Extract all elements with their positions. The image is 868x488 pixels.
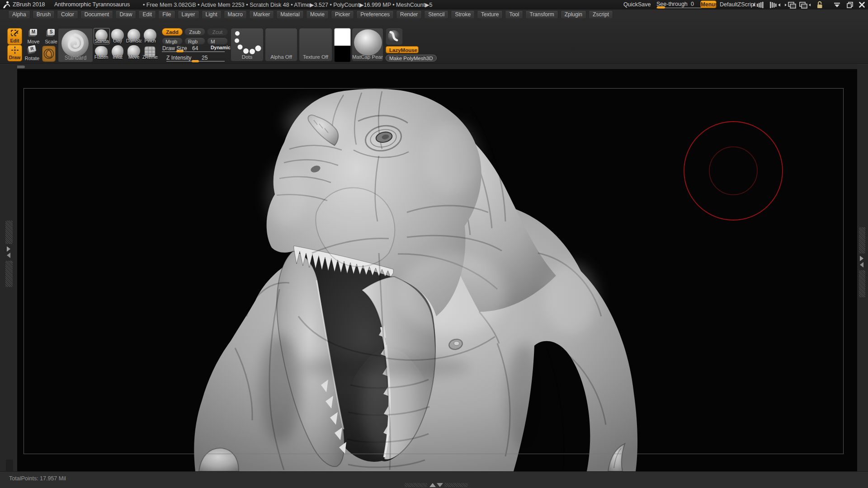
status-bar: TotalPoints: 17.957 Mil	[0, 471, 868, 488]
lazymouse-sphere-icon	[386, 28, 401, 44]
menu-movie[interactable]: Movie	[306, 10, 329, 19]
make-polymesh3d-button[interactable]: Make PolyMesh3D	[386, 55, 437, 61]
current-brush-label: Standard	[58, 55, 93, 61]
see-through-slider-handle[interactable]	[657, 6, 665, 9]
arrange-window-left-icon[interactable]	[785, 1, 797, 9]
left-tray-divider-bottom[interactable]	[5, 261, 13, 287]
divider-bars-left-icon[interactable]	[753, 2, 767, 8]
material-button[interactable]: MatCap Pearl G	[352, 28, 383, 61]
dynamic-mode-label[interactable]: Dynamic	[211, 45, 231, 50]
rotate-button[interactable]: R Rotate	[23, 45, 42, 61]
menu-render[interactable]: Render	[396, 10, 422, 19]
stroke-curve-button[interactable]	[386, 28, 403, 45]
brush-slot-damstandard[interactable]: DamSta	[126, 28, 142, 43]
close-icon[interactable]	[859, 2, 865, 8]
brush-slot-clay[interactable]: Clay	[110, 28, 125, 43]
menu-document[interactable]: Document	[80, 10, 113, 19]
menu-file[interactable]: File	[158, 10, 175, 19]
left-tray-divider-top[interactable]	[5, 221, 13, 244]
menu-texture[interactable]: Texture	[477, 10, 503, 19]
scale-button[interactable]: S Scale	[42, 28, 60, 45]
left-tray-close-arrow-icon[interactable]	[7, 253, 10, 258]
secondary-color-swatch[interactable]	[334, 46, 351, 62]
menu-stroke[interactable]: Stroke	[451, 10, 475, 19]
main-color-swatch[interactable]	[334, 28, 351, 46]
brush-slot-inflat[interactable]: Inflat	[110, 44, 125, 60]
current-brush-button[interactable]: Standard	[58, 28, 93, 62]
zbrush-logo-icon	[2, 1, 10, 9]
right-tray-close-arrow-icon[interactable]	[860, 262, 863, 267]
unlock-icon[interactable]	[816, 1, 823, 9]
left-tray-rail	[0, 64, 17, 471]
right-tray-divider-bottom[interactable]	[859, 270, 865, 297]
texture-button[interactable]: Texture Off	[299, 28, 332, 61]
brush-slot-move[interactable]: Move	[126, 44, 142, 60]
menu-layer[interactable]: Layer	[178, 10, 199, 19]
zcut-button[interactable]: Zcut	[207, 28, 228, 36]
menu-material[interactable]: Material	[276, 10, 304, 19]
bottom-tray-close-arrow-icon[interactable]	[437, 483, 443, 487]
z-intensity-slider-handle[interactable]	[192, 60, 199, 62]
draw-button[interactable]: Draw	[7, 45, 22, 61]
menu-zplugin[interactable]: Zplugin	[561, 10, 586, 19]
title-bar: ZBrush 2018 Anthromorphic Tyrannosaurus …	[0, 0, 868, 9]
restore-icon[interactable]	[847, 2, 853, 8]
zscript-name: DefaultZScript	[720, 1, 755, 8]
alpha-button[interactable]: Alpha Off	[265, 28, 297, 61]
dots-stroke-icon	[231, 28, 263, 55]
move-label: Move	[28, 39, 40, 44]
quicksave-button[interactable]: QuickSave	[623, 1, 651, 8]
menu-macro[interactable]: Macro	[224, 10, 247, 19]
brush-cursor-rings	[683, 120, 784, 221]
brush-slot-standard[interactable]: Standa	[94, 28, 110, 44]
brush-slot-flatten[interactable]: Flatten	[94, 44, 109, 60]
brush-slot-pinch[interactable]: Pinch	[142, 28, 158, 43]
move-button[interactable]: M Move	[24, 28, 42, 45]
total-points-readout: TotalPoints: 17.957 Mil	[9, 475, 66, 482]
menu-transform[interactable]: Transform	[525, 10, 558, 19]
menu-light[interactable]: Light	[202, 10, 222, 19]
top-shelf: Edit M Move S Scale Draw R Rotate	[0, 20, 868, 64]
zsub-button[interactable]: Zsub	[184, 28, 205, 36]
zadd-button[interactable]: Zadd	[162, 28, 183, 36]
menu-edit[interactable]: Edit	[138, 10, 156, 19]
brush-slot-zremesher[interactable]: ZRemes	[142, 44, 158, 60]
z-intensity-label: Z Intensity	[166, 55, 191, 61]
menu-zscript[interactable]: Zscript	[589, 10, 613, 19]
menu-color[interactable]: Color	[57, 10, 78, 19]
divider-bars-right-icon[interactable]	[767, 2, 781, 8]
lazymouse-button[interactable]: LazyMouse	[386, 46, 419, 53]
bottom-tray-divider-right[interactable]	[444, 483, 468, 487]
edit-button[interactable]: Edit	[7, 28, 22, 45]
draw-size-slider-handle[interactable]	[176, 50, 184, 52]
left-rail-notch	[6, 460, 13, 471]
menu-stencil[interactable]: Stencil	[424, 10, 448, 19]
menu-alpha[interactable]: Alpha	[8, 10, 30, 19]
arrange-window-right-icon[interactable]	[798, 1, 811, 9]
menu-tool[interactable]: Tool	[505, 10, 523, 19]
material-label: MatCap Pearl G	[352, 54, 383, 60]
z-intensity-value: 25	[202, 55, 208, 61]
menu-draw[interactable]: Draw	[115, 10, 136, 19]
bottom-tray-divider-left[interactable]	[405, 483, 427, 487]
document-title: Anthromorphic Tyrannosaurus	[54, 1, 130, 8]
edit-label: Edit	[10, 38, 19, 43]
menu-brush[interactable]: Brush	[33, 10, 55, 19]
document-canvas[interactable]	[17, 69, 857, 471]
minimize-icon[interactable]	[834, 3, 840, 8]
m-button[interactable]: M	[207, 38, 228, 45]
right-tray-open-arrow-icon[interactable]	[860, 256, 863, 261]
menus-toggle-button[interactable]: Menus	[700, 0, 717, 8]
stroke-type-button[interactable]: Dots	[231, 28, 264, 61]
draw-size-slider[interactable]	[162, 52, 225, 52]
bottom-tray-open-arrow-icon[interactable]	[429, 483, 436, 487]
menu-marker[interactable]: Marker	[249, 10, 274, 19]
mrgb-button[interactable]: Mrgb	[162, 38, 183, 45]
menu-preferences[interactable]: Preferences	[356, 10, 394, 19]
rgb-button[interactable]: Rgb	[184, 38, 205, 45]
menu-picker[interactable]: Picker	[331, 10, 354, 19]
draw-size-value: 64	[192, 45, 198, 52]
left-tray-open-arrow-icon[interactable]	[7, 246, 10, 252]
right-tray-divider-top[interactable]	[859, 227, 865, 253]
gyro-stroke-button[interactable]	[42, 46, 56, 62]
